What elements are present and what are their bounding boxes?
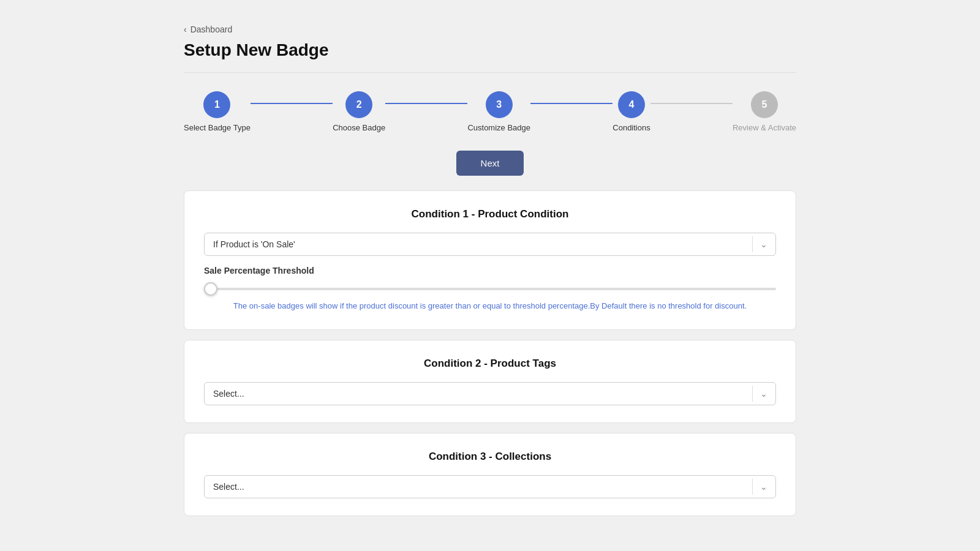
step-label-4: Conditions <box>612 123 650 132</box>
step-2: 2 Choose Badge <box>333 91 385 132</box>
step-circle-5: 5 <box>751 91 778 118</box>
threshold-hint: The on-sale badges will show if the prod… <box>204 300 776 312</box>
connector-1-2 <box>251 103 333 104</box>
condition-3-title: Condition 3 - Collections <box>204 451 776 463</box>
step-5: 5 Review & Activate <box>733 91 796 132</box>
condition-3-select-wrapper: Select... ⌄ <box>204 475 776 498</box>
page-title: Setup New Badge <box>184 40 796 60</box>
threshold-slider[interactable] <box>204 288 776 290</box>
condition-1-dropdown[interactable]: If Product is 'On Sale' <box>204 233 776 256</box>
connector-3-4 <box>530 103 612 104</box>
slider-container <box>204 282 776 293</box>
step-circle-2: 2 <box>345 91 372 118</box>
step-label-2: Choose Badge <box>333 123 385 132</box>
breadcrumb-arrow-icon: ‹ <box>184 24 187 34</box>
condition-3-dropdown[interactable]: Select... <box>204 475 776 498</box>
step-circle-1: 1 <box>203 91 230 118</box>
title-divider <box>184 72 796 73</box>
breadcrumb[interactable]: ‹ Dashboard <box>184 24 796 34</box>
step-1: 1 Select Badge Type <box>184 91 251 132</box>
condition-3-card: Condition 3 - Collections Select... ⌄ <box>184 433 796 516</box>
step-circle-4: 4 <box>618 91 645 118</box>
step-4: 4 Conditions <box>612 91 650 132</box>
condition-1-card: Condition 1 - Product Condition If Produ… <box>184 190 796 330</box>
condition-2-title: Condition 2 - Product Tags <box>204 358 776 370</box>
stepper: 1 Select Badge Type 2 Choose Badge 3 Cus… <box>184 91 796 132</box>
next-button[interactable]: Next <box>456 151 524 176</box>
connector-2-3 <box>385 103 467 104</box>
select-divider-3 <box>752 479 753 495</box>
select-divider-2 <box>752 386 753 402</box>
select-divider <box>752 236 753 252</box>
connector-4-5 <box>650 103 733 104</box>
step-label-5: Review & Activate <box>733 123 796 132</box>
condition-2-select-wrapper: Select... ⌄ <box>204 382 776 405</box>
step-3: 3 Customize Badge <box>467 91 530 132</box>
condition-1-title: Condition 1 - Product Condition <box>204 208 776 220</box>
condition-1-select-wrapper: If Product is 'On Sale' ⌄ <box>204 233 776 256</box>
step-label-1: Select Badge Type <box>184 123 251 132</box>
condition-2-card: Condition 2 - Product Tags Select... ⌄ <box>184 340 796 423</box>
breadcrumb-label[interactable]: Dashboard <box>190 24 233 34</box>
step-circle-3: 3 <box>486 91 513 118</box>
step-label-3: Customize Badge <box>467 123 530 132</box>
condition-2-dropdown[interactable]: Select... <box>204 382 776 405</box>
threshold-label: Sale Percentage Threshold <box>204 266 776 276</box>
